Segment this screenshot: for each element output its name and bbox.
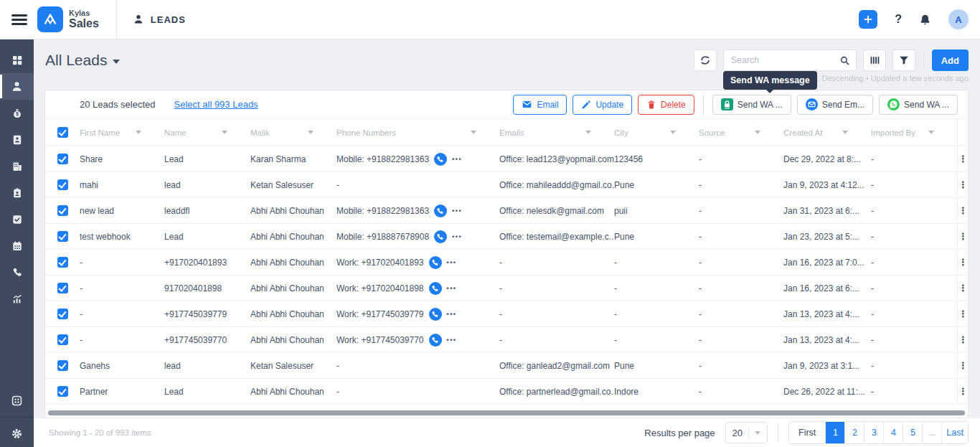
column-dropdown-icon[interactable] — [308, 131, 314, 134]
cell-city: Pune — [614, 232, 699, 242]
row-kebab-menu-icon[interactable]: ⋮ — [958, 283, 968, 293]
column-dropdown-icon[interactable] — [136, 131, 141, 134]
call-phone-icon[interactable] — [429, 256, 442, 269]
call-phone-icon[interactable] — [429, 308, 442, 321]
view-selector[interactable]: All Leads — [45, 52, 120, 69]
select-all-checkbox[interactable] — [57, 127, 68, 138]
row-kebab-menu-icon[interactable]: ⋮ — [958, 258, 968, 267]
row-kebab-menu-icon[interactable]: ⋮ — [958, 232, 968, 241]
delete-button[interactable]: Delete — [638, 95, 694, 115]
sidebar-item-calendar[interactable] — [0, 232, 34, 259]
help-icon[interactable]: ? — [895, 13, 902, 26]
call-phone-icon[interactable] — [434, 230, 447, 243]
sidebar-item-products[interactable] — [0, 179, 34, 206]
phone-more-icon[interactable]: ••• — [447, 337, 457, 344]
phone-more-icon[interactable]: ••• — [452, 156, 462, 163]
quick-add-button[interactable] — [859, 10, 877, 29]
phone-more-icon[interactable]: ••• — [452, 233, 462, 240]
sidebar-item-reports[interactable] — [0, 286, 34, 312]
column-dropdown-icon[interactable] — [928, 131, 934, 134]
sidebar-item-companies[interactable] — [0, 153, 34, 179]
refresh-button[interactable] — [694, 50, 717, 71]
sidebar-item-deals[interactable]: $ — [0, 100, 34, 126]
button-label: Update — [595, 100, 623, 110]
phone-more-icon[interactable]: ••• — [452, 207, 462, 215]
row-kebab-menu-icon[interactable]: ⋮ — [958, 206, 968, 215]
cell-first-name: - — [80, 283, 164, 293]
call-phone-icon[interactable] — [429, 334, 442, 347]
row-checkbox[interactable] — [57, 179, 68, 190]
row-checkbox[interactable] — [57, 257, 68, 268]
horizontal-scrollbar[interactable] — [48, 410, 965, 415]
main-content: All Leads — [34, 39, 980, 447]
column-dropdown-icon[interactable] — [471, 131, 476, 134]
call-phone-icon[interactable] — [434, 204, 447, 217]
user-avatar[interactable]: A — [948, 9, 969, 29]
phone-more-icon[interactable]: ••• — [447, 259, 457, 266]
button-label: Delete — [661, 100, 686, 110]
page-button-last[interactable]: Last — [942, 422, 968, 443]
row-checkbox[interactable] — [57, 360, 68, 371]
call-phone-icon[interactable] — [434, 153, 447, 166]
search-input[interactable] — [731, 55, 839, 65]
row-kebab-menu-icon[interactable]: ⋮ — [958, 335, 968, 344]
column-dropdown-icon[interactable] — [755, 131, 760, 134]
add-lead-button[interactable]: Add — [932, 50, 969, 71]
row-kebab-menu-icon[interactable]: ⋮ — [958, 180, 968, 189]
cell-imported-by: - — [871, 206, 957, 216]
filter-button[interactable] — [892, 50, 915, 71]
column-dropdown-icon[interactable] — [670, 131, 676, 134]
page-button-3[interactable]: 3 — [864, 422, 884, 443]
row-checkbox[interactable] — [57, 231, 68, 242]
row-kebab-menu-icon[interactable]: ⋮ — [958, 309, 968, 319]
send-em-button[interactable]: Send Em... — [797, 95, 873, 115]
cell-created-at: Jan 13, 2023 at 4:... — [783, 309, 871, 319]
sidebar-item-tasks[interactable] — [0, 206, 34, 232]
row-checkbox[interactable] — [57, 154, 68, 164]
table-row: new leadleaddflAbhi Abhi ChouhanMobile: … — [45, 198, 968, 224]
row-checkbox[interactable] — [57, 309, 68, 319]
call-phone-icon[interactable] — [429, 282, 442, 295]
sidebar-item-apps[interactable] — [0, 387, 34, 414]
sidebar-item-calls[interactable] — [0, 259, 34, 286]
row-checkbox[interactable] — [57, 283, 68, 293]
page-button-[interactable]: ... — [923, 422, 942, 443]
sidebar-item-settings[interactable] — [0, 420, 34, 447]
row-checkbox[interactable] — [57, 205, 68, 216]
phone-more-icon[interactable]: ••• — [447, 285, 457, 292]
brand: Kylas Sales — [37, 6, 99, 32]
update-button[interactable]: Update — [573, 95, 632, 115]
email-button[interactable]: Email — [513, 95, 567, 115]
send-wa-button[interactable]: Send WA ... — [879, 95, 958, 115]
page-button-5[interactable]: 5 — [903, 422, 923, 443]
send-wa-button[interactable]: Send WA ... — [712, 95, 791, 115]
search-icon[interactable] — [839, 55, 850, 66]
columns-button[interactable] — [863, 50, 886, 71]
page-button-first[interactable]: First — [789, 422, 826, 443]
row-kebab-menu-icon[interactable]: ⋮ — [958, 387, 968, 396]
row-kebab-menu-icon[interactable]: ⋮ — [958, 154, 968, 164]
select-all-link[interactable]: Select all 993 Leads — [174, 99, 258, 110]
page-button-1[interactable]: 1 — [826, 422, 845, 443]
phone-more-icon[interactable]: ••• — [447, 311, 457, 318]
send-email-icon — [806, 98, 818, 110]
row-checkbox[interactable] — [57, 386, 68, 397]
row-checkbox[interactable] — [57, 334, 68, 345]
sidebar-item-contacts[interactable] — [0, 126, 34, 153]
hamburger-menu-icon[interactable] — [11, 12, 27, 27]
cell-city: - — [614, 283, 699, 293]
sidebar-item-leads[interactable] — [0, 73, 34, 100]
sidebar-item-dashboard[interactable] — [0, 47, 34, 73]
notifications-bell-icon[interactable] — [919, 14, 931, 26]
results-per-page-select[interactable]: 20 — [725, 422, 768, 443]
trash-icon — [646, 100, 656, 110]
column-dropdown-icon[interactable] — [222, 131, 227, 134]
row-kebab-menu-icon[interactable]: ⋮ — [958, 361, 968, 370]
column-dropdown-icon[interactable] — [842, 131, 848, 134]
cell-malik: Abhi Abhi Chouhan — [250, 283, 336, 293]
column-dropdown-icon[interactable] — [585, 131, 591, 134]
page-button-4[interactable]: 4 — [884, 422, 903, 443]
svg-text:$: $ — [16, 111, 19, 117]
page-button-2[interactable]: 2 — [845, 422, 864, 443]
cell-created-at: Dec 29, 2022 at 8:... — [783, 154, 871, 164]
